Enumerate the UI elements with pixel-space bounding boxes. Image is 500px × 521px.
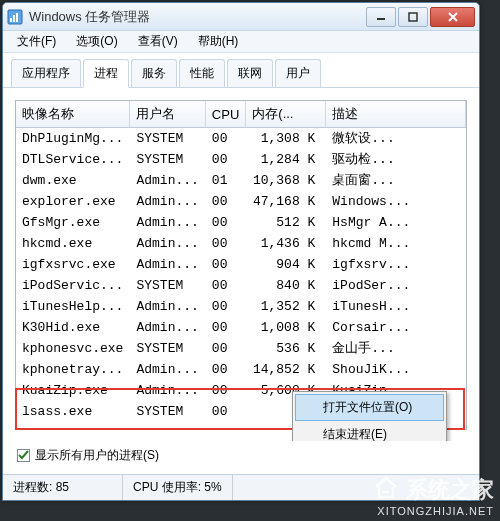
cell-cpu: 00 bbox=[205, 149, 245, 170]
cell-cpu: 00 bbox=[205, 233, 245, 254]
cell-mem: 840 K bbox=[246, 275, 326, 296]
table-row[interactable]: igfxsrvc.exeAdmin...00904 Kigfxsrv... bbox=[16, 254, 466, 275]
menu-help[interactable]: 帮助(H) bbox=[188, 31, 249, 52]
table-row[interactable]: GfsMgr.exeAdmin...00512 KHsMgr A... bbox=[16, 212, 466, 233]
cell-cpu: 00 bbox=[205, 338, 245, 359]
cell-user: Admin... bbox=[130, 296, 205, 317]
ctx-end-process[interactable]: 结束进程(E) bbox=[295, 421, 444, 441]
col-image-name[interactable]: 映像名称 bbox=[16, 101, 130, 128]
close-button[interactable] bbox=[430, 7, 475, 27]
cell-cpu: 00 bbox=[205, 317, 245, 338]
menu-file[interactable]: 文件(F) bbox=[7, 31, 66, 52]
cell-user: Admin... bbox=[130, 191, 205, 212]
cell-mem: 512 K bbox=[246, 212, 326, 233]
maximize-button[interactable] bbox=[398, 7, 428, 27]
cell-mem: 1,352 K bbox=[246, 296, 326, 317]
show-all-users-label: 显示所有用户的进程(S) bbox=[35, 447, 159, 464]
cell-mem: 1,308 K bbox=[246, 128, 326, 150]
cell-mem: 14,852 K bbox=[246, 359, 326, 380]
cell-img: K30Hid.exe bbox=[16, 317, 130, 338]
cell-desc: 桌面窗... bbox=[326, 170, 466, 191]
column-headers: 映像名称 用户名 CPU 内存(... 描述 bbox=[16, 101, 466, 128]
tab-applications[interactable]: 应用程序 bbox=[11, 59, 81, 87]
cell-desc: 金山手... bbox=[326, 338, 466, 359]
cell-mem: 1,436 K bbox=[246, 233, 326, 254]
ctx-open-file-location[interactable]: 打开文件位置(O) bbox=[295, 394, 444, 421]
statusbar: 进程数: 85 CPU 使用率: 5% bbox=[3, 474, 479, 500]
tab-processes[interactable]: 进程 bbox=[83, 59, 129, 88]
table-row[interactable]: hkcmd.exeAdmin...001,436 Khkcmd M... bbox=[16, 233, 466, 254]
cell-user: Admin... bbox=[130, 212, 205, 233]
cell-user: SYSTEM bbox=[130, 128, 205, 150]
cell-cpu: 00 bbox=[205, 254, 245, 275]
cell-user: Admin... bbox=[130, 254, 205, 275]
tabbar: 应用程序 进程 服务 性能 联网 用户 bbox=[3, 53, 479, 88]
cell-user: Admin... bbox=[130, 317, 205, 338]
cell-cpu: 00 bbox=[205, 401, 245, 422]
cell-img: explorer.exe bbox=[16, 191, 130, 212]
cell-mem: 47,168 K bbox=[246, 191, 326, 212]
tab-users[interactable]: 用户 bbox=[275, 59, 321, 87]
table-row[interactable]: DhPluginMg...SYSTEM001,308 K微软设... bbox=[16, 128, 466, 150]
tab-network[interactable]: 联网 bbox=[227, 59, 273, 87]
cell-img: lsass.exe bbox=[16, 401, 130, 422]
cell-mem: 10,368 K bbox=[246, 170, 326, 191]
table-row[interactable]: iPodServic...SYSTEM00840 KiPodSer... bbox=[16, 275, 466, 296]
cell-cpu: 00 bbox=[205, 380, 245, 401]
cell-cpu: 00 bbox=[205, 212, 245, 233]
cell-img: KuaiZip.exe bbox=[16, 380, 130, 401]
col-cpu[interactable]: CPU bbox=[205, 101, 245, 128]
menu-options[interactable]: 选项(O) bbox=[66, 31, 127, 52]
cell-img: kphonetray... bbox=[16, 359, 130, 380]
cell-img: GfsMgr.exe bbox=[16, 212, 130, 233]
menu-view[interactable]: 查看(V) bbox=[128, 31, 188, 52]
check-icon bbox=[18, 450, 29, 461]
status-process-count: 进程数: 85 bbox=[3, 475, 123, 500]
cell-cpu: 00 bbox=[205, 296, 245, 317]
tab-services[interactable]: 服务 bbox=[131, 59, 177, 87]
table-row[interactable]: kphonesvc.exeSYSTEM00536 K金山手... bbox=[16, 338, 466, 359]
svg-rect-5 bbox=[409, 13, 417, 21]
col-user-name[interactable]: 用户名 bbox=[130, 101, 205, 128]
cell-desc: Windows... bbox=[326, 191, 466, 212]
cell-img: igfxsrvc.exe bbox=[16, 254, 130, 275]
cell-desc: igfxsrv... bbox=[326, 254, 466, 275]
cell-cpu: 00 bbox=[205, 275, 245, 296]
process-list[interactable]: 映像名称 用户名 CPU 内存(... 描述 DhPluginMg...SYST… bbox=[15, 100, 467, 430]
cell-img: iPodServic... bbox=[16, 275, 130, 296]
table-row[interactable]: K30Hid.exeAdmin...001,008 KCorsair... bbox=[16, 317, 466, 338]
cell-user: Admin... bbox=[130, 233, 205, 254]
cell-cpu: 00 bbox=[205, 191, 245, 212]
tab-performance[interactable]: 性能 bbox=[179, 59, 225, 87]
svg-rect-1 bbox=[10, 18, 12, 22]
cell-mem: 536 K bbox=[246, 338, 326, 359]
status-cpu-usage: CPU 使用率: 5% bbox=[123, 475, 233, 500]
menubar: 文件(F) 选项(O) 查看(V) 帮助(H) bbox=[3, 31, 479, 53]
cell-cpu: 00 bbox=[205, 128, 245, 150]
task-manager-window: Windows 任务管理器 文件(F) 选项(O) 查看(V) 帮助(H) 应用… bbox=[2, 2, 480, 501]
cell-desc: iTunesH... bbox=[326, 296, 466, 317]
table-row[interactable]: iTunesHelp...Admin...001,352 KiTunesH... bbox=[16, 296, 466, 317]
cell-desc: 驱动检... bbox=[326, 149, 466, 170]
cell-img: DTLService... bbox=[16, 149, 130, 170]
cell-img: dwm.exe bbox=[16, 170, 130, 191]
col-description[interactable]: 描述 bbox=[326, 101, 466, 128]
app-icon bbox=[7, 9, 23, 25]
window-title: Windows 任务管理器 bbox=[29, 8, 364, 26]
cell-desc: ShouJiK... bbox=[326, 359, 466, 380]
bottom-controls: 显示所有用户的进程(S) bbox=[3, 441, 479, 474]
table-row[interactable]: explorer.exeAdmin...0047,168 KWindows... bbox=[16, 191, 466, 212]
cell-user: SYSTEM bbox=[130, 338, 205, 359]
minimize-button[interactable] bbox=[366, 7, 396, 27]
titlebar[interactable]: Windows 任务管理器 bbox=[3, 3, 479, 31]
table-row[interactable]: kphonetray...Admin...0014,852 KShouJiK..… bbox=[16, 359, 466, 380]
process-table-area: 映像名称 用户名 CPU 内存(... 描述 DhPluginMg...SYST… bbox=[3, 88, 479, 441]
cell-user: SYSTEM bbox=[130, 401, 205, 422]
cell-user: Admin... bbox=[130, 170, 205, 191]
show-all-users-checkbox[interactable] bbox=[17, 449, 30, 462]
col-memory[interactable]: 内存(... bbox=[246, 101, 326, 128]
table-row[interactable]: dwm.exeAdmin...0110,368 K桌面窗... bbox=[16, 170, 466, 191]
table-row[interactable]: DTLService...SYSTEM001,284 K驱动检... bbox=[16, 149, 466, 170]
cell-cpu: 01 bbox=[205, 170, 245, 191]
cell-user: SYSTEM bbox=[130, 275, 205, 296]
